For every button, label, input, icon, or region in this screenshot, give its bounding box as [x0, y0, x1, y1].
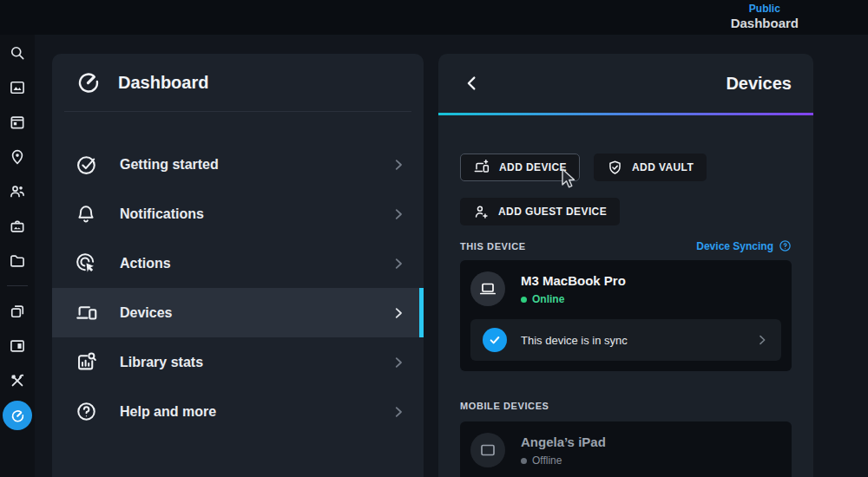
- sync-status-row[interactable]: This device is in sync: [470, 319, 781, 361]
- mobile-devices-section-label: MOBILE DEVICES: [460, 401, 549, 411]
- menu-item-library-stats[interactable]: Library stats: [52, 337, 424, 387]
- dashboard-menu: Getting started Notifications: [52, 140, 424, 436]
- help-question-icon: [779, 239, 792, 252]
- tools-icon[interactable]: [0, 363, 35, 398]
- library-title: Dashboard: [731, 16, 799, 30]
- sync-check-icon: [483, 328, 507, 352]
- menu-item-label: Help and more: [120, 404, 216, 420]
- location-icon[interactable]: [0, 140, 35, 174]
- mobile-device-card: Angela’s iPad Offline: [460, 421, 792, 477]
- online-status-dot: [521, 297, 527, 303]
- laptop-phone-icon: [75, 301, 101, 325]
- rail-divider: [7, 285, 28, 286]
- laptop-avatar-icon: [470, 271, 505, 306]
- add-device-label: ADD DEVICE: [499, 161, 567, 173]
- album-box-icon[interactable]: [0, 209, 35, 244]
- offline-status-text: Offline: [532, 454, 562, 467]
- devices-panel: Devices ADD DEVICE: [438, 54, 813, 477]
- add-vault-label: ADD VAULT: [632, 161, 694, 173]
- chevron-right-icon: [391, 256, 406, 271]
- shield-check-icon: [607, 160, 623, 176]
- online-status-text: Online: [532, 293, 564, 305]
- header-divider: [64, 111, 411, 112]
- sync-message: This device is in sync: [521, 334, 628, 347]
- photos-icon[interactable]: [0, 70, 35, 105]
- chevron-right-icon: [391, 157, 406, 173]
- menu-item-label: Getting started: [120, 157, 219, 173]
- chevron-right-icon: [391, 404, 406, 420]
- dashboard-panel: Dashboard Getting started Noti: [52, 54, 424, 477]
- click-target-icon: [75, 252, 101, 275]
- stats-search-icon: [75, 350, 101, 374]
- chevron-right-icon: [391, 305, 406, 321]
- add-guest-device-label: ADD GUEST DEVICE: [498, 206, 607, 218]
- chevron-right-icon: [391, 206, 406, 222]
- tablet-avatar-icon: [470, 433, 505, 467]
- menu-item-label: Library stats: [120, 355, 203, 370]
- search-icon[interactable]: [0, 36, 35, 70]
- add-guest-device-button[interactable]: ADD GUEST DEVICE: [460, 198, 620, 225]
- device-syncing-link[interactable]: Device Syncing: [696, 239, 792, 252]
- chevron-right-icon: [391, 355, 406, 370]
- add-device-button[interactable]: ADD DEVICE: [460, 154, 580, 181]
- offline-status-dot: [521, 458, 527, 464]
- menu-item-devices[interactable]: Devices: [52, 288, 424, 337]
- back-button[interactable]: [463, 74, 482, 93]
- devices-panel-header: Devices: [438, 54, 813, 113]
- menu-item-label: Actions: [120, 256, 171, 271]
- person-plus-icon: [473, 204, 490, 220]
- chevron-right-icon: [755, 333, 769, 347]
- dashboard-panel-header: Dashboard: [52, 54, 424, 111]
- menu-item-label: Devices: [120, 305, 173, 321]
- folder-icon[interactable]: [0, 244, 35, 278]
- device-syncing-label: Device Syncing: [696, 240, 773, 252]
- menu-item-notifications[interactable]: Notifications: [52, 189, 424, 238]
- layout-icon[interactable]: [0, 329, 35, 363]
- nav-rail: [0, 35, 35, 477]
- menu-item-help[interactable]: Help and more: [52, 387, 424, 436]
- device-name: M3 MacBook Pro: [521, 271, 626, 288]
- add-vault-button[interactable]: ADD VAULT: [594, 154, 707, 181]
- library-visibility-label: Public: [731, 3, 799, 16]
- help-circle-icon: [75, 400, 101, 423]
- library-switcher[interactable]: Public Dashboard: [731, 3, 799, 30]
- accent-gradient-bar: [438, 113, 813, 115]
- people-icon[interactable]: [0, 174, 35, 209]
- dashboard-active-icon[interactable]: [3, 401, 32, 430]
- bell-icon: [75, 203, 101, 225]
- top-bar: Public Dashboard: [0, 0, 868, 35]
- gauge-icon: [75, 69, 102, 96]
- panel-title: Dashboard: [118, 73, 208, 93]
- menu-item-getting-started[interactable]: Getting started: [52, 140, 424, 189]
- calendar-icon[interactable]: [0, 105, 35, 140]
- this-device-section-label: THIS DEVICE: [460, 241, 526, 252]
- check-circle-icon: [75, 153, 101, 177]
- menu-item-label: Notifications: [120, 206, 204, 222]
- device-name: Angela’s iPad: [521, 433, 606, 449]
- add-device-icon: [473, 159, 490, 176]
- menu-item-actions[interactable]: Actions: [52, 238, 424, 288]
- duplicates-icon[interactable]: [0, 294, 35, 329]
- this-device-card: M3 MacBook Pro Online This device is in …: [460, 260, 792, 371]
- devices-title: Devices: [726, 74, 792, 94]
